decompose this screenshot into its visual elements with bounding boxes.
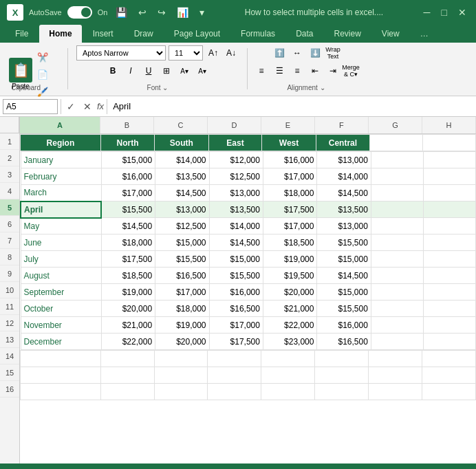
table-cell[interactable]: $15,500 bbox=[317, 235, 371, 251]
table-cell[interactable]: $17,000 bbox=[263, 168, 316, 185]
row-num-14[interactable]: 14 bbox=[0, 348, 19, 364]
table-cell[interactable] bbox=[371, 201, 423, 218]
align-right-button[interactable]: ≡ bbox=[290, 63, 305, 78]
tab-draw[interactable]: Draw bbox=[125, 25, 163, 43]
row-num-5[interactable]: 5 bbox=[0, 199, 19, 216]
table-cell[interactable]: $15,500 bbox=[101, 201, 155, 218]
formula-input[interactable] bbox=[110, 101, 473, 111]
row-num-13[interactable]: 13 bbox=[0, 331, 19, 348]
corner-cell[interactable] bbox=[0, 117, 19, 133]
merge-center-button[interactable]: Merge & C▾ bbox=[343, 63, 358, 78]
table-cell[interactable] bbox=[423, 251, 475, 268]
table-cell[interactable]: February bbox=[21, 168, 101, 185]
table-cell[interactable]: $17,500 bbox=[263, 201, 316, 218]
table-cell[interactable]: $13,500 bbox=[155, 168, 209, 185]
table-cell[interactable]: $16,000 bbox=[101, 168, 155, 185]
table-cell[interactable]: $16,000 bbox=[317, 317, 371, 334]
wrap-text-button[interactable]: Wrap Text bbox=[325, 45, 340, 61]
tab-insert[interactable]: Insert bbox=[83, 25, 123, 43]
table-cell[interactable]: $12,000 bbox=[209, 152, 263, 168]
col-header-h[interactable]: H bbox=[422, 117, 476, 133]
autosave-toggle[interactable] bbox=[67, 6, 92, 19]
table-cell[interactable]: $17,000 bbox=[263, 218, 316, 235]
table-cell[interactable]: $18,000 bbox=[263, 185, 316, 201]
table-cell[interactable] bbox=[423, 284, 475, 301]
tab-view[interactable]: View bbox=[372, 25, 409, 43]
table-cell[interactable]: $21,000 bbox=[263, 301, 316, 317]
tab-home[interactable]: Home bbox=[39, 25, 81, 43]
italic-button[interactable]: I bbox=[123, 63, 138, 78]
fill-color-button[interactable]: A▾ bbox=[177, 63, 192, 78]
tab-data[interactable]: Data bbox=[286, 25, 323, 43]
row-num-6[interactable]: 6 bbox=[0, 216, 19, 232]
table-cell[interactable]: $12,500 bbox=[209, 168, 263, 185]
table-cell[interactable]: $15,000 bbox=[155, 235, 209, 251]
underline-button[interactable]: U bbox=[141, 63, 156, 78]
increase-font-button[interactable]: A↑ bbox=[206, 45, 221, 61]
row-num-1[interactable]: 1 bbox=[0, 133, 19, 150]
redo-icon[interactable]: ↪ bbox=[155, 7, 169, 18]
customize-icon[interactable]: ▾ bbox=[197, 7, 207, 18]
row-num-7[interactable]: 7 bbox=[0, 232, 19, 249]
table-cell[interactable]: $14,500 bbox=[317, 185, 371, 201]
table-cell[interactable]: $16,000 bbox=[209, 284, 263, 301]
decrease-font-button[interactable]: A↓ bbox=[224, 45, 239, 61]
row-num-2[interactable]: 2 bbox=[0, 150, 19, 166]
table-cell[interactable]: July bbox=[21, 251, 101, 268]
table-cell[interactable]: $21,000 bbox=[101, 317, 155, 334]
table-cell[interactable]: $15,500 bbox=[209, 268, 263, 284]
header-region[interactable]: Region bbox=[21, 135, 101, 151]
col-header-f[interactable]: F bbox=[315, 117, 369, 133]
table-cell[interactable] bbox=[371, 334, 423, 350]
row-num-9[interactable]: 9 bbox=[0, 265, 19, 282]
font-name-select[interactable]: Aptos Narrow bbox=[76, 45, 166, 61]
font-color-button[interactable]: A▾ bbox=[195, 63, 210, 78]
table-cell[interactable]: $13,500 bbox=[317, 201, 371, 218]
table-cell[interactable]: $23,000 bbox=[263, 334, 316, 350]
col-header-b[interactable]: B bbox=[100, 117, 154, 133]
align-middle-button[interactable]: ↔ bbox=[290, 45, 305, 61]
close-icon[interactable]: ✕ bbox=[455, 7, 469, 18]
table-cell[interactable] bbox=[371, 251, 423, 268]
table-cell[interactable]: $18,000 bbox=[155, 301, 209, 317]
table-cell[interactable] bbox=[371, 168, 423, 185]
row-num-11[interactable]: 11 bbox=[0, 298, 19, 315]
table-cell[interactable]: $15,000 bbox=[209, 251, 263, 268]
maximize-icon[interactable]: □ bbox=[439, 7, 450, 18]
font-size-select[interactable]: 11 bbox=[169, 45, 203, 61]
table-cell[interactable]: January bbox=[21, 152, 101, 168]
table-cell[interactable] bbox=[423, 185, 475, 201]
table-cell[interactable]: $13,500 bbox=[209, 201, 263, 218]
name-box[interactable] bbox=[3, 99, 58, 114]
table-cell[interactable] bbox=[423, 334, 475, 350]
indent-increase-button[interactable]: ⇥ bbox=[325, 63, 340, 78]
table-cell[interactable]: $18,500 bbox=[263, 235, 316, 251]
col-header-e[interactable]: E bbox=[261, 117, 315, 133]
table-cell[interactable] bbox=[371, 235, 423, 251]
tab-review[interactable]: Review bbox=[324, 25, 370, 43]
table-cell[interactable]: April bbox=[21, 201, 101, 218]
table-cell[interactable]: $14,000 bbox=[155, 152, 209, 168]
table-cell[interactable] bbox=[423, 201, 475, 218]
table-cell[interactable]: $14,500 bbox=[317, 268, 371, 284]
header-south[interactable]: South bbox=[155, 135, 208, 151]
col-header-a[interactable]: A bbox=[20, 117, 100, 133]
table-cell[interactable]: $14,500 bbox=[155, 185, 209, 201]
row-num-10[interactable]: 10 bbox=[0, 282, 19, 298]
table-cell[interactable]: $13,000 bbox=[155, 201, 209, 218]
tab-formulas[interactable]: Formulas bbox=[231, 25, 285, 43]
table-cell[interactable] bbox=[371, 284, 423, 301]
table-cell[interactable] bbox=[371, 152, 423, 168]
table-cell[interactable] bbox=[423, 168, 475, 185]
table-cell[interactable]: $19,500 bbox=[263, 268, 316, 284]
table-cell[interactable] bbox=[423, 317, 475, 334]
copy-button[interactable]: 📄 bbox=[35, 67, 50, 82]
table-cell[interactable]: March bbox=[21, 185, 101, 201]
cut-button[interactable]: ✂️ bbox=[35, 50, 50, 65]
table-cell[interactable]: May bbox=[21, 218, 101, 235]
table-cell[interactable]: $14,500 bbox=[101, 218, 155, 235]
table-cell[interactable]: $13,000 bbox=[209, 185, 263, 201]
table-cell[interactable]: $12,500 bbox=[155, 218, 209, 235]
table-cell[interactable]: November bbox=[21, 317, 101, 334]
row-num-8[interactable]: 8 bbox=[0, 249, 19, 265]
